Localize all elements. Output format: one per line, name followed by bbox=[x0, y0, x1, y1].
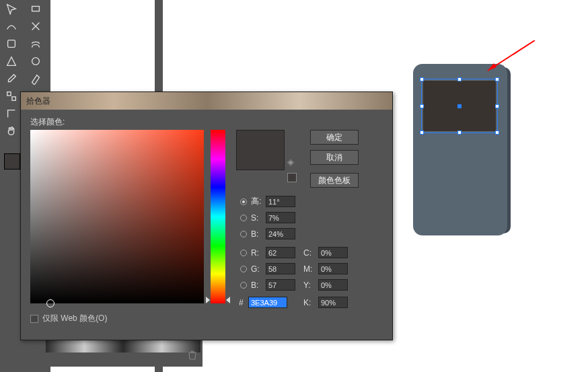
input-red[interactable] bbox=[266, 247, 295, 258]
handle-top-right[interactable] bbox=[495, 77, 499, 81]
out-of-gamut-swatch[interactable] bbox=[287, 173, 297, 182]
svg-marker-9 bbox=[488, 63, 497, 71]
web-only-checkbox[interactable] bbox=[30, 315, 38, 323]
label-bb: B: bbox=[251, 281, 263, 290]
row-magenta: M: bbox=[303, 263, 348, 274]
dialog-body: 选择颜色: ◈ 确定 取消 颜色色板 高: S: B: bbox=[21, 110, 392, 338]
label-m: M: bbox=[303, 264, 316, 274]
tool-icon[interactable] bbox=[24, 70, 47, 87]
label-b: B: bbox=[251, 229, 263, 239]
radio-green[interactable] bbox=[240, 266, 247, 272]
ok-button[interactable]: 确定 bbox=[310, 130, 359, 145]
annotation-arrow bbox=[484, 40, 538, 74]
tool-icon[interactable] bbox=[0, 35, 23, 52]
label-k: K: bbox=[303, 298, 316, 307]
label-r: R: bbox=[251, 248, 263, 258]
radio-bri[interactable] bbox=[240, 231, 247, 237]
cube-icon[interactable]: ◈ bbox=[287, 157, 294, 167]
svg-rect-2 bbox=[12, 97, 15, 100]
prompt-label: 选择颜色: bbox=[30, 116, 383, 128]
radio-hue[interactable] bbox=[240, 198, 247, 205]
row-red: R: bbox=[240, 247, 295, 258]
foreground-color-swatch[interactable] bbox=[4, 153, 20, 170]
label-h: 高: bbox=[251, 196, 263, 207]
saturation-brightness-field[interactable] bbox=[30, 130, 204, 303]
row-blue: B: bbox=[240, 279, 295, 291]
handle-bottom-right[interactable] bbox=[495, 131, 499, 135]
handle-top-left[interactable] bbox=[420, 77, 424, 81]
row-sat: S: bbox=[240, 212, 295, 223]
tool-icon[interactable] bbox=[24, 17, 47, 35]
label-hex: # bbox=[239, 298, 246, 307]
label-g: G: bbox=[251, 264, 263, 274]
handle-left[interactable] bbox=[420, 104, 424, 108]
svg-rect-1 bbox=[7, 92, 11, 96]
tool-icon[interactable] bbox=[0, 87, 23, 105]
eyedropper-icon[interactable] bbox=[0, 70, 23, 87]
input-magenta[interactable] bbox=[318, 263, 348, 274]
picker-cursor[interactable] bbox=[46, 299, 54, 307]
tool-icon[interactable] bbox=[0, 0, 23, 17]
input-hue[interactable] bbox=[266, 196, 295, 207]
tool-icon[interactable] bbox=[0, 52, 23, 70]
tool-icon[interactable] bbox=[24, 35, 47, 52]
web-only-row: 仅限 Web 颜色(O) bbox=[30, 313, 107, 324]
swatches-button[interactable]: 颜色色板 bbox=[310, 173, 359, 188]
input-bri[interactable] bbox=[266, 228, 295, 239]
row-green: G: bbox=[240, 263, 295, 274]
label-s: S: bbox=[251, 213, 263, 223]
row-cyan: C: bbox=[303, 247, 348, 258]
svg-point-4 bbox=[32, 58, 40, 65]
tool-icon[interactable] bbox=[24, 0, 47, 17]
tool-icon[interactable] bbox=[0, 17, 23, 35]
row-hex: # bbox=[239, 297, 287, 308]
hand-icon[interactable] bbox=[0, 122, 23, 140]
label-y: Y: bbox=[303, 281, 316, 290]
dialog-title: 拾色器 bbox=[26, 96, 50, 107]
dialog-titlebar[interactable]: 拾色器 bbox=[21, 92, 392, 110]
web-only-label: 仅限 Web 颜色(O) bbox=[42, 313, 107, 324]
input-black[interactable] bbox=[318, 297, 348, 308]
row-black: K: bbox=[303, 297, 348, 308]
input-sat[interactable] bbox=[266, 212, 295, 223]
color-preview bbox=[236, 130, 285, 170]
tool-icon[interactable] bbox=[0, 105, 23, 122]
row-hue: 高: bbox=[240, 196, 295, 207]
tool-icon[interactable] bbox=[24, 52, 47, 70]
selection-bounds[interactable] bbox=[421, 79, 498, 133]
cancel-button[interactable]: 取消 bbox=[310, 150, 359, 165]
svg-rect-0 bbox=[8, 40, 15, 48]
input-cyan[interactable] bbox=[318, 247, 348, 258]
trash-icon[interactable] bbox=[187, 350, 198, 361]
handle-bottom-left[interactable] bbox=[420, 131, 424, 135]
hue-slider-thumb[interactable] bbox=[207, 297, 229, 303]
hue-slider[interactable] bbox=[211, 130, 225, 303]
radio-red[interactable] bbox=[240, 250, 247, 256]
input-yellow[interactable] bbox=[318, 279, 348, 291]
row-yellow: Y: bbox=[303, 279, 348, 291]
svg-rect-3 bbox=[32, 6, 40, 11]
handle-bottom[interactable] bbox=[457, 131, 462, 135]
handle-top[interactable] bbox=[457, 77, 462, 81]
handle-right[interactable] bbox=[495, 104, 499, 108]
color-picker-dialog: 拾色器 选择颜色: ◈ 确定 取消 颜色色板 高: S: B: bbox=[20, 91, 393, 340]
radio-blue[interactable] bbox=[240, 282, 247, 289]
input-blue[interactable] bbox=[266, 279, 295, 291]
input-hex[interactable] bbox=[248, 297, 287, 308]
handle-center[interactable] bbox=[457, 104, 462, 108]
row-bri: B: bbox=[240, 228, 295, 239]
radio-sat[interactable] bbox=[240, 215, 247, 221]
input-green[interactable] bbox=[266, 263, 295, 274]
label-c: C: bbox=[303, 248, 316, 258]
